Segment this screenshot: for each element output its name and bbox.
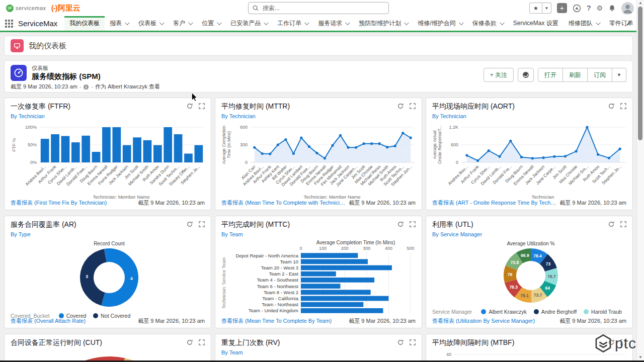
svg-text:Average Utilization %: Average Utilization %: [507, 241, 555, 246]
view-report-link[interactable]: 查看报表 (First Time Fix By Technician): [11, 199, 107, 207]
scrollbar-up-arrow[interactable]: ▲: [637, 1, 644, 5]
card-utl: 利用率 (UTL)By Service ManagerAverage Utili…: [426, 216, 633, 328]
nav-tab-8[interactable]: 预防型维护计划: [354, 16, 413, 31]
svg-text:500: 500: [407, 246, 414, 251]
legend-swatch: [584, 309, 589, 314]
card-subtitle-link[interactable]: By Technician: [11, 113, 45, 119]
vertical-scrollbar[interactable]: ▲ ▼: [636, 0, 644, 362]
nav-tab-12[interactable]: 维修团队: [564, 16, 604, 31]
help-icon[interactable]: ?: [587, 4, 591, 12]
expand-icon[interactable]: [199, 221, 205, 227]
favorites-dropdown-button[interactable]: ▼: [542, 3, 551, 14]
svg-text:100: 100: [319, 246, 327, 251]
view-report-link[interactable]: 查看报表 (ART - Onsite Response Time By Tech…: [432, 199, 556, 207]
nav-tab-2[interactable]: 仪表板: [133, 16, 168, 31]
refresh-icon[interactable]: [397, 103, 404, 109]
legend-item[interactable]: Albert Krawczyk: [481, 309, 526, 315]
scrollbar-thumb[interactable]: [638, 7, 642, 140]
card-mttr: 平均修复时间 (MTTR)By Technician0300600Average…: [215, 98, 422, 210]
legend-item[interactable]: Andre Berghoff: [534, 309, 577, 315]
card-as-of-label: 截至 9 Mar 2026, 10:23 am: [559, 199, 626, 207]
view-report-link[interactable]: 查看报表 (Overall Attach Rate): [11, 317, 86, 325]
refresh-icon[interactable]: [187, 103, 193, 109]
expand-icon[interactable]: [620, 221, 626, 227]
refresh-button[interactable]: 刷新: [563, 68, 588, 82]
svg-text:Team - United Kingdom: Team - United Kingdom: [249, 308, 298, 313]
search-input[interactable]: [262, 4, 384, 12]
svg-text:Team 2 - East: Team 2 - East: [269, 271, 298, 277]
nav-tab-label: 位置: [202, 19, 214, 28]
card-subtitle-link[interactable]: By Team: [221, 231, 243, 237]
svg-text:0: 0: [456, 160, 458, 165]
card-subtitle-link[interactable]: By Service Manager: [432, 231, 482, 237]
scrollbar-down-arrow[interactable]: ▼: [637, 355, 644, 359]
subscribe-button[interactable]: 订阅: [588, 68, 612, 82]
nav-tab-4[interactable]: 位置: [197, 16, 225, 31]
card-ar: 服务合同覆盖率 (AR)By TypeRecord Count43Covered…: [4, 216, 211, 328]
guidance-center-icon[interactable]: [573, 4, 581, 13]
nav-tab-label: 维修/维护合同: [418, 19, 455, 28]
svg-text:4: 4: [130, 276, 133, 281]
expand-icon[interactable]: [620, 103, 626, 109]
app-launcher-icon[interactable]: [5, 20, 13, 28]
view-report-link[interactable]: 查看报表 (Utilization By Service Manager): [432, 317, 535, 325]
view-report-link[interactable]: 查看报表 (Mean Time To Complete with Technic…: [221, 199, 346, 207]
open-button[interactable]: 打开: [538, 68, 563, 82]
dashboard-monitor-icon: [11, 39, 24, 52]
expand-icon[interactable]: [410, 221, 416, 227]
expand-icon[interactable]: [199, 339, 205, 345]
page-banner: 我的仪表板: [4, 36, 633, 56]
card-subtitle-link[interactable]: By Technician: [221, 113, 256, 119]
dashboard-properties-button[interactable]: [518, 68, 534, 82]
chart-body: 06001.2KAverage ActualOnsite ResponseT..…: [432, 121, 626, 203]
aliyun-logo: (-) 阿里云: [51, 4, 80, 13]
view-report-link[interactable]: 查看报表 (Mean Time To Complete By Team): [221, 317, 332, 325]
expand-icon[interactable]: [199, 103, 205, 109]
servicemax-logo-icon: [6, 5, 14, 12]
refresh-icon[interactable]: [397, 221, 404, 227]
nav-tab-label: 保修条款: [472, 19, 497, 28]
info-icon[interactable]: [83, 84, 89, 90]
chart-body: Average Completion Time (In Mins)0100200…: [221, 239, 416, 318]
follow-button[interactable]: + 关注: [484, 68, 514, 82]
chart-body: [11, 348, 205, 362]
legend-item[interactable]: Harold Traub: [584, 309, 622, 315]
svg-text:50%: 50%: [28, 142, 37, 147]
favorites-star-button[interactable]: ★: [529, 3, 542, 14]
svg-text:1.2K: 1.2K: [449, 125, 458, 130]
refresh-icon[interactable]: [397, 339, 404, 345]
svg-text:Depot Repair - North America: Depot Repair - North America: [235, 253, 298, 258]
nav-tab-3[interactable]: 客户: [168, 16, 197, 31]
refresh-icon[interactable]: [608, 221, 614, 227]
refresh-icon[interactable]: [608, 103, 614, 109]
nav-tab-10[interactable]: 保修条款: [467, 16, 508, 31]
avatar[interactable]: [621, 2, 634, 15]
nav-tab-0[interactable]: 我的仪表板: [64, 16, 105, 31]
svg-text:100%: 100%: [25, 125, 37, 130]
more-actions-dropdown[interactable]: ▼: [612, 68, 626, 82]
chevron-down-icon: [596, 20, 601, 25]
expand-icon[interactable]: [410, 339, 416, 345]
card-subtitle-link[interactable]: By Type: [11, 231, 31, 237]
svg-text:Team 20 - West 3: Team 20 - West 3: [261, 265, 298, 270]
nav-tab-9[interactable]: 维修/维护合同: [413, 16, 467, 31]
header-actions: ★ ▼ + ? ⚙: [529, 0, 634, 16]
nav-tab-5[interactable]: 已安装产品: [225, 16, 272, 31]
quick-create-button[interactable]: +: [557, 3, 567, 13]
refresh-icon[interactable]: [187, 339, 193, 345]
edit-navbar-pencil-icon[interactable]: [625, 20, 632, 29]
nav-tab-13[interactable]: 零件订单: [604, 16, 637, 31]
setup-gear-icon[interactable]: ⚙: [596, 4, 603, 12]
card-subtitle-link[interactable]: By Technician: [432, 113, 466, 119]
card-subtitle-link[interactable]: By Team: [221, 349, 243, 355]
svg-text:40: 40: [446, 352, 451, 357]
notifications-bell-icon[interactable]: [608, 5, 616, 12]
global-search[interactable]: [248, 2, 389, 14]
card-as-of-label: 截至 9 Mar 2026, 10:23 am: [138, 199, 205, 207]
expand-icon[interactable]: [410, 103, 416, 109]
nav-tab-7[interactable]: 服务请求: [313, 16, 354, 31]
refresh-icon[interactable]: [187, 221, 193, 227]
nav-tab-1[interactable]: 报表: [105, 16, 133, 31]
nav-tab-11[interactable]: ServiceMax 设置: [508, 16, 564, 31]
nav-tab-6[interactable]: 工作订单: [272, 16, 313, 31]
